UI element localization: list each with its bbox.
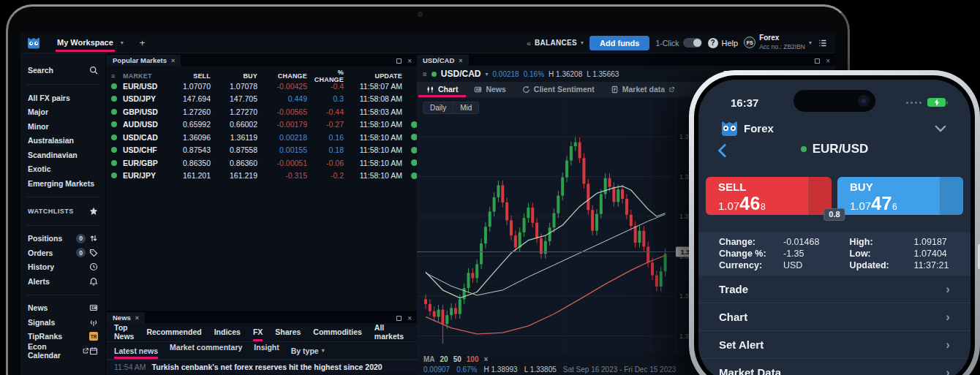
close-icon[interactable]: ×	[459, 57, 462, 64]
chart-subtab-chart[interactable]: Chart	[418, 82, 466, 97]
menu-item-trade[interactable]: Trade›	[698, 276, 970, 303]
table-row[interactable]: USD/CHF0.875430.875580.001550.1811:58:10…	[107, 144, 417, 157]
sidebar-item-scandinavian[interactable]: Scandinavian	[28, 148, 98, 162]
balances-dropdown[interactable]: « BALANCES ▾	[527, 39, 584, 48]
buy-button[interactable]: BUY 1.07476	[837, 177, 963, 215]
close-icon[interactable]: ×	[135, 314, 139, 322]
chart-subtab-news[interactable]: News	[466, 82, 513, 97]
sidebar-item-major[interactable]: Major	[28, 105, 98, 120]
dynamic-island	[794, 90, 875, 112]
sell-cell[interactable]: 161.201	[165, 171, 211, 180]
sell-cell[interactable]: 0.86350	[165, 159, 211, 167]
help-button[interactable]: ? Help	[708, 38, 739, 48]
change-cell: -0.00565	[257, 107, 307, 116]
sell-cell[interactable]: 1.07070	[165, 82, 211, 91]
buy-cell[interactable]: 161.219	[211, 171, 257, 180]
sell-cell[interactable]: 1.36096	[165, 133, 211, 142]
stat-value: USD	[783, 260, 802, 271]
sidebar-item-news[interactable]: News	[28, 301, 98, 316]
news-tab-fx[interactable]: FX	[253, 323, 263, 341]
menu-item-label: Market Data	[719, 366, 781, 375]
close-icon[interactable]: ×	[407, 58, 412, 64]
account-menu[interactable]: FS Forex Acc no.: ZB2IBN ▾	[744, 34, 812, 50]
newspaper-icon	[474, 86, 482, 94]
close-icon[interactable]: ×	[407, 316, 412, 321]
news-subtab-latest-news[interactable]: Latest news	[114, 343, 158, 359]
popular-markets-tab[interactable]: Popular Markets ×	[107, 55, 181, 66]
chart-subtab-client-sentiment[interactable]: Client Sentiment	[514, 82, 603, 97]
sidebar-item-all-fx-pairs[interactable]: All FX pairs	[28, 91, 98, 105]
collapse-icon[interactable]: «	[527, 39, 531, 48]
buy-cell[interactable]: 0.86360	[211, 159, 257, 167]
new-workspace-button[interactable]: +	[140, 37, 146, 48]
buy-cell[interactable]: 1.07078	[211, 82, 257, 91]
sidebar-item-history[interactable]: History	[28, 260, 98, 275]
sidebar-item-emerging-markets[interactable]: Emerging Markets	[28, 176, 98, 191]
price-basis-mid[interactable]: Mid	[453, 102, 478, 113]
sidebar-item-alerts[interactable]: Alerts	[28, 274, 98, 289]
buy-cell[interactable]: 0.66002	[211, 120, 257, 129]
forex-owl-logo	[722, 121, 737, 136]
stat-label: Change:	[719, 237, 783, 248]
usdcad-tab[interactable]: USD/CAD ×	[417, 55, 469, 66]
news-tab-recommended[interactable]: Recommended	[146, 323, 201, 341]
news-subtab-insight[interactable]: Insight	[254, 343, 279, 359]
close-icon[interactable]: ×	[484, 355, 489, 363]
maximize-icon[interactable]	[815, 58, 820, 64]
layout-list-icon[interactable]	[818, 39, 828, 48]
sidebar-item-label: News	[28, 303, 48, 312]
chart-symbol[interactable]: USD/CAD	[441, 69, 481, 79]
sidebar-item-econ-calendar[interactable]: Econ Calendar	[28, 344, 98, 358]
buy-cell[interactable]: 1.36119	[211, 133, 257, 142]
chevron-down-icon[interactable]: ▾	[121, 39, 124, 46]
sell-cell[interactable]: 1.27260	[165, 107, 211, 116]
sidebar-item-watchlists[interactable]: WATCHLISTS	[28, 203, 98, 219]
close-icon[interactable]: ×	[171, 57, 175, 64]
sell-cell[interactable]: 147.694	[165, 94, 211, 103]
buy-cell[interactable]: 0.87558	[211, 145, 257, 154]
sidebar-search[interactable]: Search	[28, 62, 98, 78]
chart-subtab-market-data[interactable]: Market data	[603, 82, 683, 97]
maximize-icon[interactable]	[396, 58, 402, 64]
sell-cell[interactable]: 0.65992	[165, 120, 211, 129]
buy-cell[interactable]: 1.27270	[211, 107, 257, 116]
sidebar-item-positions[interactable]: Positions0	[28, 232, 98, 246]
change-pct-cell: -0.27	[307, 120, 344, 129]
table-row[interactable]: USD/JPY147.694147.7050.4490.311:58:08 AM	[107, 93, 417, 106]
buy-cell[interactable]: 147.705	[211, 94, 257, 103]
menu-item-set-alert[interactable]: Set Alert›	[698, 330, 970, 358]
one-click-toggle[interactable]	[683, 38, 702, 48]
menu-item-chart[interactable]: Chart›	[698, 303, 970, 330]
chevron-down-icon[interactable]	[934, 124, 947, 133]
sell-button[interactable]: SELL 1.07468	[706, 177, 832, 215]
news-tab-commodities[interactable]: Commodities	[313, 323, 362, 341]
news-headline-row[interactable]: 11:54 AMTurkish cenbank's net forex rese…	[107, 360, 417, 373]
table-row[interactable]: EUR/USD1.070701.07078-0.00425-0.411:58:0…	[107, 80, 417, 93]
add-funds-button[interactable]: Add funds	[589, 36, 649, 50]
timeframe-chip[interactable]: Daily Mid	[423, 102, 479, 114]
close-icon[interactable]: ×	[826, 58, 830, 64]
workspace-tab[interactable]: My Workspace	[56, 34, 115, 52]
sidebar-item-orders[interactable]: Orders0	[28, 246, 98, 260]
table-row[interactable]: AUD/USD0.659920.66002-0.00179-0.2711:58:…	[107, 118, 417, 132]
sell-cell[interactable]: 0.87543	[165, 145, 211, 154]
table-row[interactable]: EUR/JPY161.201161.219-0.315-0.211:58:10 …	[107, 170, 417, 183]
timeframe-daily[interactable]: Daily	[423, 102, 453, 113]
sidebar-item-australasian[interactable]: Australasian	[28, 134, 98, 148]
table-row[interactable]: USD/CAD1.360961.361190.002180.1611:58:10…	[107, 131, 417, 144]
by-type-dropdown[interactable]: By type ▾	[291, 346, 325, 355]
hamburger-icon[interactable]: ≡	[111, 72, 123, 80]
sidebar-item-exotic[interactable]: Exotic	[28, 162, 98, 177]
news-subtab-market-commentary[interactable]: Market commentary	[170, 343, 242, 359]
table-row[interactable]: GBP/USD1.272601.27270-0.00565-0.4411:58:…	[107, 105, 417, 118]
count-badge: 0	[76, 234, 86, 243]
sidebar-item-minor[interactable]: Minor	[28, 119, 98, 134]
sidebar-item-signals[interactable]: Signals	[28, 315, 98, 330]
hamburger-icon[interactable]: ≡	[423, 70, 427, 78]
stat-item: Low:1.07404	[850, 249, 970, 260]
table-row[interactable]: EUR/GBP0.863500.86360-0.00051-0.0611:58:…	[107, 156, 417, 170]
news-tab-indices[interactable]: Indices	[214, 323, 241, 341]
news-tab-shares[interactable]: Shares	[275, 323, 301, 341]
menu-item-market-data[interactable]: Market Data›	[698, 358, 970, 375]
chevron-down-icon[interactable]: ▾	[486, 71, 489, 77]
